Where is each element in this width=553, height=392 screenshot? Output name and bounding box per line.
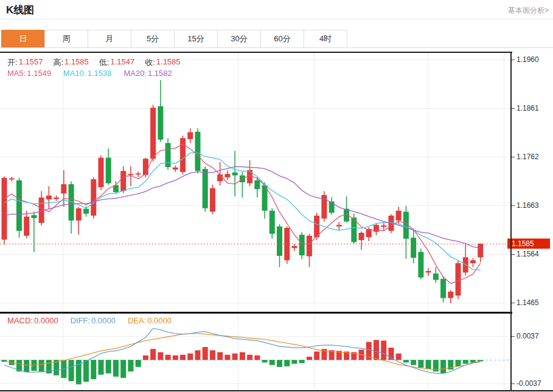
candlestick-chart-canvas[interactable] — [0, 52, 511, 312]
tab-日[interactable]: 日 — [1, 30, 45, 48]
tab-60分[interactable]: 60分 — [260, 30, 304, 48]
y-axis-label: -0.0037 — [511, 379, 541, 388]
y-axis-label: 1.1861 — [511, 104, 539, 112]
header-divider — [0, 19, 553, 19]
tab-30分[interactable]: 30分 — [217, 30, 261, 48]
fundamental-analysis-link[interactable]: 基本面分析> — [508, 5, 549, 16]
chart-separator-border — [0, 312, 512, 314]
y-axis-label: 0.0037 — [511, 332, 539, 340]
chart-bottom-border — [0, 390, 553, 391]
chart-top-border — [0, 52, 512, 53]
y-axis-label: 1.1564 — [511, 250, 539, 258]
macd-chart-canvas[interactable] — [0, 314, 511, 391]
y-axis-label: 1.1663 — [511, 201, 539, 210]
tab-4时[interactable]: 4时 — [304, 30, 347, 48]
kline-widget: K线图 基本面分析> 日周月5分15分30分60分4时 开:1.1557 高:1… — [0, 0, 553, 392]
y-axis-label: 1.1960 — [511, 55, 539, 64]
page-title: K线图 — [6, 3, 34, 17]
period-tabbar: 日周月5分15分30分60分4时 — [2, 30, 347, 48]
current-price-badge: 1.1585 — [507, 238, 550, 249]
tab-周[interactable]: 周 — [44, 30, 88, 48]
tab-15分[interactable]: 15分 — [174, 30, 218, 48]
y-axis-label: 1.1762 — [511, 153, 539, 161]
tab-5分[interactable]: 5分 — [131, 30, 175, 48]
tabbar-underline — [0, 47, 553, 48]
tab-月[interactable]: 月 — [88, 30, 131, 48]
y-axis-label: 1.1465 — [511, 298, 539, 307]
axis-vertical-line — [510, 52, 512, 391]
